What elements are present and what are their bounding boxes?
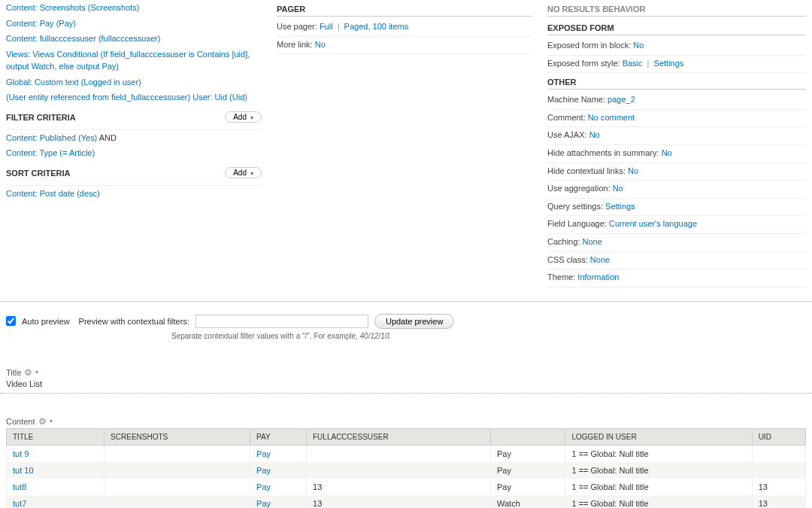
other-label: Query settings: <box>547 202 605 211</box>
other-label: CSS class: <box>547 255 590 264</box>
filter-criteria-heading: FILTER CRITERIA <box>6 108 76 124</box>
other-link[interactable]: No comment <box>588 113 635 122</box>
row-logged: 1 == Global: Null title <box>565 479 752 495</box>
auto-preview-checkbox[interactable] <box>6 316 16 326</box>
table-row: tut8Pay13Pay1 == Global: Null title13 <box>7 479 806 495</box>
row-title[interactable]: tut 10 <box>13 466 34 475</box>
table-row: tut 9PayPay1 == Global: Null title <box>7 445 806 462</box>
other-label: Use aggregation: <box>547 184 613 193</box>
row-full <box>307 462 491 479</box>
filter-item[interactable]: Content: Type (= Article) <box>6 148 95 157</box>
field-link[interactable]: Views: Views Conditional (If field_fulla… <box>6 50 250 71</box>
sort-criteria-heading: SORT CRITERIA <box>6 164 71 180</box>
row-uid: 13 <box>752 479 805 495</box>
pager-label: Use pager: <box>277 22 320 31</box>
no-results-heading: NO RESULTS BEHAVIOR <box>547 0 806 17</box>
auto-preview-label: Auto preview <box>22 317 70 326</box>
column-header[interactable]: PAY <box>250 428 307 445</box>
content-section-label: Content <box>6 417 35 426</box>
field-link[interactable]: Content: fullacccessuser (fullacccessuse… <box>6 34 160 43</box>
chevron-down-icon[interactable]: ▾ <box>50 418 53 424</box>
sort-add-button[interactable]: Add <box>225 167 262 178</box>
row-watch: Pay <box>490 462 565 479</box>
row-uid <box>752 462 805 479</box>
row-title[interactable]: tut 9 <box>13 449 29 458</box>
update-preview-button[interactable]: Update preview <box>374 314 454 329</box>
sort-item[interactable]: Content: Post date (desc) <box>6 189 100 198</box>
column-header[interactable]: UID <box>752 428 805 445</box>
row-pay[interactable]: Pay <box>256 482 271 491</box>
other-label: Field Language: <box>547 219 609 228</box>
table-row: tut7Pay13Watch1 == Global: Null title13 <box>7 495 806 508</box>
column-header[interactable]: FULLACCCESSUSER <box>307 428 491 445</box>
other-link[interactable]: No <box>662 148 672 157</box>
row-full: 13 <box>307 479 491 495</box>
exposed-form-heading: EXPOSED FORM <box>547 19 806 35</box>
other-link[interactable]: No <box>613 184 623 193</box>
title-section-label: Title <box>6 368 21 377</box>
row-full <box>307 445 491 462</box>
column-header[interactable] <box>490 428 565 445</box>
filter-item[interactable]: Content: Published (Yes) <box>6 133 97 142</box>
pager-heading: PAGER <box>277 0 532 17</box>
row-watch: Pay <box>490 479 565 495</box>
row-logged: 1 == Global: Null title <box>565 462 752 479</box>
other-link[interactable]: No <box>628 166 638 175</box>
column-header[interactable]: SCREENSHOTS <box>105 428 250 445</box>
row-logged: 1 == Global: Null title <box>565 495 752 508</box>
pager-link[interactable]: Paged, 100 items <box>344 22 409 31</box>
row-uid <box>752 445 805 462</box>
other-link[interactable]: No <box>589 130 600 139</box>
row-full: 13 <box>307 495 491 508</box>
row-screenshots <box>105 445 250 462</box>
row-uid: 13 <box>752 495 805 508</box>
row-watch: Pay <box>490 445 565 462</box>
gear-icon[interactable]: ⚙ <box>24 367 32 378</box>
other-label: Comment: <box>547 113 588 122</box>
contextual-filter-label: Preview with contextual filters: <box>79 317 189 326</box>
row-title[interactable]: tut8 <box>13 482 26 491</box>
other-link[interactable]: Settings <box>605 202 635 211</box>
pager-link[interactable]: Full <box>320 22 333 31</box>
field-link[interactable]: Content: Screenshots (Screenshots) <box>6 3 139 12</box>
exposed-label: Exposed form style: <box>547 59 623 68</box>
row-pay[interactable]: Pay <box>256 449 271 458</box>
filter-add-button[interactable]: Add <box>225 111 262 123</box>
hint-example: 40/12/10. <box>360 332 392 340</box>
field-link[interactable]: Global: Custom text (Logged in user) <box>6 78 141 87</box>
row-pay[interactable]: Pay <box>256 466 271 475</box>
other-label: Hide contextual links: <box>547 166 628 175</box>
row-screenshots <box>105 495 250 508</box>
gear-icon[interactable]: ⚙ <box>38 416 47 427</box>
exposed-link[interactable]: No <box>633 41 644 50</box>
column-header[interactable]: LOGGED IN USER <box>565 428 752 445</box>
pager-label: More link: <box>277 40 315 49</box>
field-link[interactable]: (User entity referenced from field_fulla… <box>6 93 247 102</box>
exposed-label: Exposed form in block: <box>547 41 633 50</box>
other-link[interactable]: None <box>590 255 610 264</box>
other-link[interactable]: Current user's language <box>609 219 697 228</box>
other-link[interactable]: None <box>582 237 601 246</box>
other-label: Theme: <box>547 272 577 281</box>
row-pay[interactable]: Pay <box>256 499 271 508</box>
exposed-link[interactable]: Basic <box>623 59 643 68</box>
other-heading: OTHER <box>547 73 806 90</box>
preview-table: TITLESCREENSHOTSPAYFULLACCCESSUSERLOGGED… <box>6 428 806 508</box>
other-link[interactable]: page_2 <box>607 95 635 104</box>
pager-link[interactable]: No <box>315 40 326 49</box>
contextual-filter-input[interactable] <box>195 315 368 328</box>
column-header[interactable]: TITLE <box>7 428 105 445</box>
view-title: Video List <box>0 379 812 390</box>
other-label: Hide attachments in summary: <box>547 148 662 157</box>
other-label: Machine Name: <box>547 95 607 104</box>
filter-operator: AND <box>97 133 117 142</box>
exposed-link[interactable]: Settings <box>654 59 684 68</box>
row-watch: Watch <box>490 495 565 508</box>
other-link[interactable]: Information <box>577 272 619 281</box>
table-row: tut 10PayPay1 == Global: Null title <box>7 462 806 479</box>
row-title[interactable]: tut7 <box>13 499 26 508</box>
row-logged: 1 == Global: Null title <box>565 445 752 462</box>
row-screenshots <box>105 479 250 495</box>
chevron-down-icon[interactable]: ▾ <box>35 369 38 376</box>
field-link[interactable]: Content: Pay (Pay) <box>6 19 76 28</box>
